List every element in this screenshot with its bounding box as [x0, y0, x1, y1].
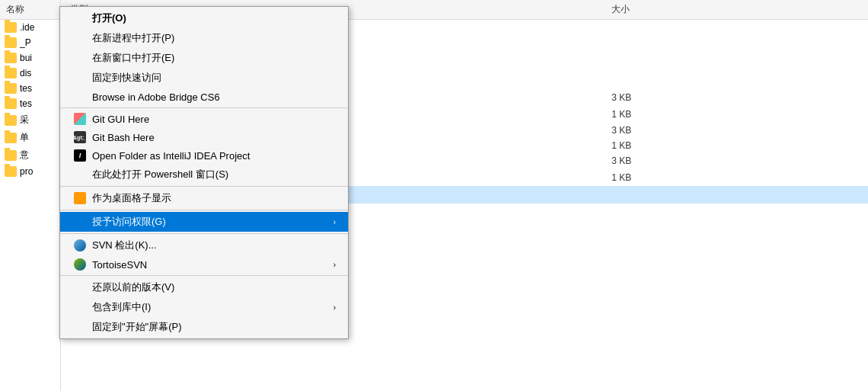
- file-size-cell: 3 KB: [602, 90, 868, 105]
- empty-icon: [72, 281, 88, 293]
- sidebar-item[interactable]: 采: [0, 111, 60, 129]
- menu-item-open-new-process[interactable]: 在新进程中打开(P): [60, 28, 348, 48]
- file-size-cell: 3 KB: [602, 153, 868, 168]
- git-gui-icon: [74, 113, 86, 125]
- folder-icon: [5, 133, 17, 143]
- menu-item-tortoisesvn[interactable]: TortoiseSVN›: [60, 255, 348, 274]
- menu-item-restore-prev[interactable]: 还原以前的版本(V): [60, 277, 348, 297]
- sidebar-item[interactable]: tes: [0, 81, 60, 96]
- sidebar-item-label: bui: [20, 53, 32, 63]
- menu-item-open[interactable]: 打开(O): [60, 8, 348, 28]
- folder-icon: [5, 53, 17, 63]
- menu-item-label: Git Bash Here: [92, 132, 336, 143]
- svn-icon: [74, 239, 86, 252]
- menu-item-powershell[interactable]: 在此处打开 Powershell 窗口(S): [60, 165, 348, 184]
- folder-icon: [5, 98, 17, 109]
- menu-item-label: SVN 检出(K)...: [92, 239, 336, 252]
- menu-item-open-new-window[interactable]: 在新窗口中打开(E): [60, 48, 348, 68]
- menu-item-label: 固定到"开始"屏幕(P): [92, 320, 336, 334]
- menu-item-label: 授予访问权限(G): [92, 215, 333, 229]
- col-size: 大小: [602, 0, 868, 20]
- menu-item-label: 还原以前的版本(V): [92, 280, 336, 294]
- menu-item-pin-start[interactable]: 固定到"开始"屏幕(P): [60, 317, 348, 337]
- menu-separator: [60, 107, 348, 108]
- desktop-icon: [74, 192, 86, 204]
- folder-icon: [5, 37, 17, 48]
- menu-separator: [60, 210, 348, 210]
- menu-item-git-bash[interactable]: &gt;_Git Bash Here: [60, 128, 348, 146]
- git-bash-icon: &gt;_: [74, 131, 86, 143]
- sidebar-item[interactable]: dis: [0, 66, 60, 81]
- empty-icon: [72, 216, 88, 228]
- sidebar-item-label: dis: [20, 68, 31, 79]
- file-size-cell: [602, 72, 868, 90]
- sidebar-item-label: .ide: [20, 22, 34, 33]
- menu-item-grant-access[interactable]: 授予访问权限(G)›: [60, 212, 348, 232]
- empty-icon: [72, 52, 88, 64]
- file-size-cell: [602, 186, 868, 204]
- menu-item-include-library[interactable]: 包含到库中(I)›: [60, 297, 348, 317]
- submenu-arrow-icon: ›: [333, 218, 336, 226]
- empty-icon: [72, 32, 88, 44]
- sidebar-item[interactable]: 单: [0, 129, 60, 146]
- menu-item-label: 打开(O): [92, 11, 336, 25]
- sidebar-item[interactable]: tes: [0, 96, 60, 111]
- sidebar-item[interactable]: 意: [0, 146, 60, 164]
- menu-item-desktop-grid[interactable]: 作为桌面格子显示: [60, 188, 348, 208]
- sidebar-item-label: 意: [20, 149, 29, 162]
- folder-icon: [5, 115, 17, 126]
- menu-item-svn-checkout[interactable]: SVN 检出(K)...: [60, 236, 348, 255]
- menu-item-intellij[interactable]: Open Folder as IntelliJ IDEA Project: [60, 146, 348, 165]
- context-menu: 打开(O)在新进程中打开(P)在新窗口中打开(E)固定到快速访问Browse i…: [59, 6, 349, 339]
- file-size-cell: 3 KB: [602, 123, 868, 138]
- file-size-cell: 1 KB: [602, 168, 868, 186]
- sidebar-item[interactable]: pro: [0, 164, 60, 179]
- sidebar-item-label: tes: [20, 98, 32, 109]
- sidebar-item-label: tes: [20, 83, 32, 94]
- menu-item-pin-quick-access[interactable]: 固定到快速访问: [60, 68, 348, 88]
- file-size-cell: 1 KB: [602, 138, 868, 153]
- folder-icon: [5, 150, 17, 161]
- empty-icon: [72, 301, 88, 313]
- empty-icon: [72, 72, 88, 84]
- empty-icon: [72, 12, 88, 24]
- file-size-cell: [602, 37, 868, 55]
- folder-icon: [5, 68, 17, 79]
- submenu-arrow-icon: ›: [333, 303, 336, 312]
- sidebar-item-label: _P: [20, 37, 31, 48]
- sidebar-item-label: 单: [20, 131, 29, 144]
- folder-icon: [5, 22, 17, 33]
- sidebar-header: 名称: [0, 0, 60, 20]
- submenu-arrow-icon: ›: [333, 261, 336, 269]
- file-sidebar: 名称 .ide_Pbuidistestes采单意pro: [0, 0, 61, 391]
- folder-icon: [5, 83, 17, 94]
- intellij-icon: [74, 149, 86, 162]
- menu-item-label: 在新进程中打开(P): [92, 31, 336, 45]
- sidebar-item[interactable]: _P: [0, 35, 60, 50]
- menu-separator: [60, 233, 348, 234]
- menu-item-label: Git GUI Here: [92, 114, 336, 125]
- menu-item-label: 包含到库中(I): [92, 300, 333, 314]
- menu-item-label: Browse in Adobe Bridge CS6: [92, 91, 336, 103]
- file-size-cell: 1 KB: [602, 105, 868, 123]
- menu-item-label: 在新窗口中打开(E): [92, 51, 336, 65]
- menu-item-label: Open Folder as IntelliJ IDEA Project: [92, 150, 336, 162]
- tortoise-icon: [74, 258, 86, 271]
- file-size-cell: [602, 20, 868, 38]
- empty-icon: [72, 168, 88, 181]
- sidebar-item-label: pro: [20, 166, 33, 177]
- menu-item-label: 在此处打开 Powershell 窗口(S): [92, 168, 336, 181]
- menu-separator: [60, 186, 348, 187]
- menu-item-browse-bridge[interactable]: Browse in Adobe Bridge CS6: [60, 88, 348, 106]
- menu-item-git-gui[interactable]: Git GUI Here: [60, 110, 348, 128]
- sidebar-item-label: 采: [20, 114, 29, 127]
- folder-icon: [5, 166, 17, 177]
- sidebar-item[interactable]: bui: [0, 50, 60, 66]
- sidebar-item[interactable]: .ide: [0, 20, 60, 35]
- empty-icon: [72, 321, 88, 333]
- menu-item-label: 固定到快速访问: [92, 71, 336, 85]
- file-size-cell: [602, 55, 868, 72]
- empty-icon: [72, 91, 88, 103]
- menu-item-label: TortoiseSVN: [92, 259, 333, 271]
- menu-item-label: 作为桌面格子显示: [92, 191, 336, 205]
